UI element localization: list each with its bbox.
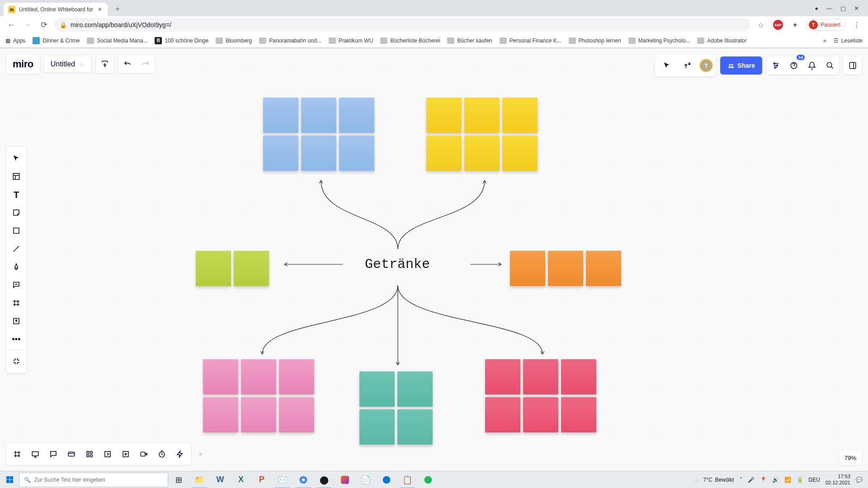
reactions-icon[interactable] bbox=[679, 56, 697, 75]
activity-icon[interactable] bbox=[80, 445, 99, 463]
close-tab-icon[interactable]: ✕ bbox=[97, 6, 103, 13]
new-tab-button[interactable]: + bbox=[111, 3, 124, 15]
sticky-note[interactable] bbox=[426, 136, 462, 171]
timer-icon[interactable] bbox=[153, 445, 171, 463]
bookmark-item[interactable]: Personal Finance K... bbox=[500, 38, 561, 44]
sticky-note[interactable] bbox=[339, 98, 374, 133]
user-avatar[interactable]: T bbox=[699, 59, 713, 72]
action-center-icon[interactable]: 💬 bbox=[856, 477, 863, 483]
sticky-note[interactable] bbox=[339, 136, 374, 171]
present-icon[interactable] bbox=[26, 445, 44, 463]
bookmark-item[interactable]: Adobe Illustrator bbox=[697, 38, 746, 44]
sticky-note[interactable] bbox=[548, 251, 583, 286]
spotify-icon[interactable] bbox=[418, 471, 439, 488]
apps-bookmark[interactable]: ▦ Apps bbox=[5, 38, 25, 44]
sticky-note[interactable] bbox=[502, 136, 538, 171]
select-tool-icon[interactable] bbox=[6, 150, 26, 168]
file-explorer-icon[interactable]: 📁 bbox=[189, 471, 210, 488]
profile-button[interactable]: T Pausiert bbox=[807, 19, 845, 31]
sticky-note[interactable] bbox=[523, 397, 558, 432]
language-indicator[interactable]: DEU bbox=[809, 477, 820, 483]
sticky-note[interactable] bbox=[263, 98, 298, 133]
pen-tool-icon[interactable] bbox=[6, 258, 26, 276]
sticky-note[interactable] bbox=[203, 397, 238, 432]
note-icon[interactable] bbox=[117, 445, 135, 463]
undo-button[interactable] bbox=[118, 55, 137, 73]
miro-logo[interactable]: miro bbox=[6, 55, 40, 74]
mail-icon[interactable]: ✉️ bbox=[272, 471, 293, 488]
sticky-note[interactable] bbox=[510, 251, 545, 286]
sticky-group-teal[interactable] bbox=[359, 371, 433, 445]
sticky-note[interactable] bbox=[464, 98, 500, 133]
board-name[interactable]: Untitled ☆ bbox=[44, 56, 91, 72]
bookmark-item[interactable]: Marketing Psycholo... bbox=[628, 38, 690, 44]
frames-icon[interactable] bbox=[8, 445, 26, 463]
close-window-icon[interactable]: ✕ bbox=[854, 5, 859, 12]
sticky-group-yellow[interactable] bbox=[426, 98, 538, 171]
sticky-note[interactable] bbox=[301, 136, 336, 171]
templates-tool-icon[interactable] bbox=[6, 168, 26, 186]
shape-tool-icon[interactable] bbox=[6, 222, 26, 240]
tray-chevron-icon[interactable]: ˄ bbox=[740, 477, 742, 483]
center-label[interactable]: Getränke bbox=[365, 257, 430, 272]
bookmark-item[interactable]: Photoshop lernen bbox=[569, 38, 621, 44]
sticky-note[interactable] bbox=[464, 136, 500, 171]
sticky-note[interactable] bbox=[196, 251, 231, 286]
star-icon[interactable]: ☆ bbox=[79, 60, 85, 69]
bookmark-item[interactable]: B100 schöne Dinge bbox=[155, 37, 208, 44]
bookmark-item[interactable]: Praktikum WU bbox=[329, 38, 373, 44]
sticky-group-red[interactable] bbox=[485, 359, 596, 432]
obs-icon[interactable]: ⬤ bbox=[314, 471, 335, 488]
zoom-indicator[interactable]: 79% bbox=[839, 451, 862, 465]
bookmark-item[interactable]: Panoramabahn und... bbox=[259, 38, 321, 44]
comment-tool-icon[interactable] bbox=[6, 276, 26, 294]
chrome-icon[interactable] bbox=[293, 471, 314, 488]
wifi-icon[interactable]: 📶 bbox=[784, 477, 791, 483]
video-icon[interactable] bbox=[135, 445, 153, 463]
card-icon[interactable] bbox=[62, 445, 80, 463]
canvas[interactable]: Getränke bbox=[0, 48, 868, 471]
word-icon[interactable]: W bbox=[210, 471, 231, 488]
text-tool-icon[interactable]: T bbox=[6, 186, 26, 204]
redo-button[interactable] bbox=[137, 55, 155, 73]
sticky-note[interactable] bbox=[586, 251, 621, 286]
taskbar-search[interactable]: 🔍 Zur Suche Text hier eingeben bbox=[19, 473, 168, 487]
sticky-note[interactable] bbox=[279, 397, 314, 432]
minimize-icon[interactable]: — bbox=[826, 5, 832, 12]
powerpoint-icon[interactable]: P bbox=[251, 471, 272, 488]
bookmark-item[interactable]: Bücher kaufen bbox=[447, 38, 492, 44]
sticky-note[interactable] bbox=[561, 359, 596, 394]
sticky-note[interactable] bbox=[523, 359, 558, 394]
cursor-tool-icon[interactable] bbox=[658, 56, 676, 75]
more-tools-icon[interactable]: ••• bbox=[6, 330, 26, 348]
sticky-note[interactable] bbox=[397, 409, 433, 445]
browser-tab[interactable]: m Untitled, Online Whiteboard for ✕ bbox=[4, 3, 108, 16]
sticky-note[interactable] bbox=[397, 371, 433, 407]
collapse-toolbar-icon[interactable]: « bbox=[195, 445, 206, 463]
sticky-note[interactable] bbox=[263, 136, 298, 171]
taskbar-clock[interactable]: 17:53 02.12.2021 bbox=[826, 474, 850, 485]
sticky-note[interactable] bbox=[485, 359, 520, 394]
url-field[interactable]: 🔒 miro.com/app/board/uXjVOdoI9yg=/ bbox=[54, 18, 750, 32]
sticky-note[interactable] bbox=[426, 98, 462, 133]
sticky-tool-icon[interactable] bbox=[6, 204, 26, 222]
bookmark-item[interactable]: Social Media Mana... bbox=[87, 38, 147, 44]
bell-icon[interactable] bbox=[803, 56, 821, 75]
abp-extension-icon[interactable]: ABP bbox=[772, 19, 784, 31]
sticky-note[interactable] bbox=[502, 98, 538, 133]
excel-icon[interactable]: X bbox=[231, 471, 251, 488]
extensions-icon[interactable]: ✦ bbox=[789, 19, 801, 31]
battery-icon[interactable]: 🔋 bbox=[797, 477, 803, 483]
forward-button[interactable]: → bbox=[22, 19, 33, 31]
sticky-group-pink[interactable] bbox=[203, 359, 314, 432]
back-button[interactable]: ← bbox=[5, 19, 17, 31]
bookmark-item[interactable]: Bloomberg bbox=[216, 38, 252, 44]
reading-list-button[interactable]: ☰ Leseliste bbox=[834, 38, 863, 44]
sticky-group-lime[interactable] bbox=[196, 251, 269, 286]
start-button[interactable] bbox=[0, 471, 19, 488]
star-bookmark-icon[interactable]: ☆ bbox=[755, 19, 767, 31]
sticky-note[interactable] bbox=[485, 397, 520, 432]
location-icon[interactable]: 📍 bbox=[760, 477, 767, 483]
reload-button[interactable]: ⟳ bbox=[38, 19, 50, 31]
sticky-note[interactable] bbox=[359, 371, 395, 407]
